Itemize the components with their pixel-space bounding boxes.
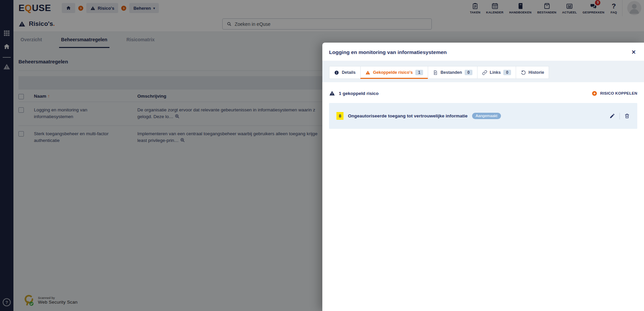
file-icon [433, 70, 438, 75]
linked-risk-item[interactable]: 8 Ongeautoriseerde toegang tot vertrouwe… [329, 103, 637, 129]
risico-koppelen-button[interactable]: RISICO KOPPELEN [592, 91, 637, 96]
risk-number-badge: 8 [336, 112, 343, 120]
modal-tabs: Details Gekoppelde risico's 1 Bestanden … [322, 61, 644, 82]
modal-tab-details[interactable]: Details [329, 66, 361, 79]
link-icon [482, 70, 487, 75]
linked-risk-count: 1 gekoppeld risico [329, 90, 379, 96]
close-icon[interactable]: ✕ [632, 50, 636, 55]
delete-trash-icon[interactable] [624, 113, 630, 119]
warning-icon [365, 70, 370, 75]
risk-title: Ongeautoriseerde toegang tot vertrouweli… [348, 113, 467, 118]
plus-circle-icon [592, 91, 597, 96]
info-icon [334, 70, 339, 75]
tab-count-badge: 1 [415, 70, 423, 75]
modal-tab-historie[interactable]: Historie [516, 66, 549, 79]
history-icon [521, 70, 526, 75]
detail-panel: Logging en monitoring van informatiesyst… [322, 43, 644, 311]
modal-tab-links[interactable]: Links 0 [477, 66, 516, 79]
tab-count-badge: 0 [465, 70, 472, 75]
warning-icon [329, 90, 335, 96]
edit-pencil-icon[interactable] [609, 113, 615, 119]
tab-count-badge: 0 [503, 70, 511, 75]
modal-tab-gekoppelde-risicos[interactable]: Gekoppelde risico's 1 [360, 66, 428, 79]
modal-title: Logging en monitoring van informatiesyst… [329, 49, 447, 55]
modal-tab-bestanden[interactable]: Bestanden 0 [428, 66, 477, 79]
status-badge: Aangemaakt [472, 113, 501, 119]
divider [619, 113, 620, 119]
